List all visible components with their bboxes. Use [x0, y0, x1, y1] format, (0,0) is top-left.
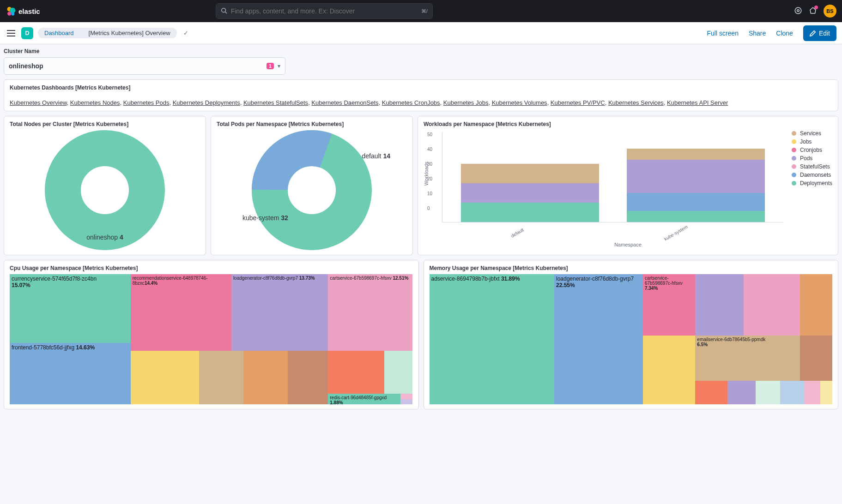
tm-cell — [328, 351, 384, 394]
panel-title: Cpu Usage per Namespace [Metrics Kuberne… — [10, 265, 413, 271]
nav-right: BS — [794, 5, 836, 18]
tm-cell — [243, 351, 288, 404]
x-cat-1: default — [510, 227, 525, 239]
x-axis-label: Namespace — [424, 242, 832, 247]
dash-link[interactable]: Kubernetes Services — [608, 99, 664, 106]
donut-label-kubesystem: kube-system 32 — [242, 214, 288, 222]
tm-cell — [384, 351, 412, 394]
saved-check-icon: ✓ — [183, 30, 188, 36]
nav-toggle-button[interactable] — [6, 28, 17, 39]
memory-treemap[interactable]: adservice-8694798b7b-jbfxt 31.89% loadge… — [430, 274, 833, 404]
share-button[interactable]: Share — [749, 30, 766, 37]
tm-cell — [199, 351, 243, 404]
donut-chart — [252, 130, 372, 250]
workloads-chart[interactable]: Workloads 50 40 30 20 10 0 — [424, 130, 786, 241]
full-screen-button[interactable]: Full screen — [707, 30, 738, 37]
dash-link[interactable]: Kubernetes Pods — [123, 99, 170, 106]
tm-cell — [695, 274, 744, 336]
svg-point-6 — [795, 7, 801, 14]
svg-point-7 — [797, 9, 800, 12]
avatar[interactable]: BS — [824, 5, 836, 18]
tm-cell: loadgenerator-c8f76d8db-gvrp722.55% — [554, 274, 643, 404]
tm-cell: loadgenerator-c8f76d8db-gvrp7 13.73% — [231, 274, 328, 351]
memory-panel: Memory Usage per Namespace [Metrics Kube… — [424, 260, 839, 409]
dash-link[interactable]: Kubernetes Volumes — [492, 99, 547, 106]
tm-cell — [756, 381, 780, 404]
svg-point-11 — [63, 148, 147, 232]
filter-label: Cluster Name — [4, 48, 838, 54]
breadcrumb-current: [Metrics Kubernetes] Overview — [80, 28, 177, 38]
dash-link[interactable]: Kubernetes PV/PVC — [551, 99, 605, 106]
panel-title: Total Nodes per Cluster [Metrics Kuberne… — [10, 121, 200, 127]
dash-link[interactable]: Kubernetes CronJobs — [382, 99, 440, 106]
dash-link[interactable]: Kubernetes Overview — [10, 99, 67, 106]
tm-cell: emailservice-6db78645b5-ppmdk6.5% — [695, 336, 800, 381]
breadcrumb-root[interactable]: Dashboard — [38, 28, 80, 38]
panel-title: Workloads per Namespace [Metrics Kuberne… — [424, 121, 832, 127]
brand-text: elastic — [18, 7, 40, 15]
svg-line-5 — [225, 12, 227, 13]
elastic-icon — [6, 6, 16, 16]
notification-dot — [814, 6, 818, 9]
chevron-down-icon: ▾ — [278, 63, 280, 69]
global-search: ⌘/ — [216, 3, 433, 19]
tm-cell: currencyservice-574f65d7f8-zc4bn15.07% — [10, 274, 131, 343]
dash-link[interactable]: Kubernetes API Server — [667, 99, 728, 106]
tm-cell — [744, 274, 800, 336]
dashboard-actions: Full screen Share Clone Edit — [707, 25, 836, 41]
tm-cell — [780, 381, 804, 404]
tm-cell — [288, 351, 328, 404]
tm-cell — [695, 381, 727, 404]
pods-donut[interactable]: default 14 kube-system 32 — [217, 130, 407, 250]
donut-chart — [45, 130, 165, 250]
plot-area — [442, 132, 783, 222]
donut-label-default: default 14 — [362, 152, 390, 160]
links-list: Kubernetes Overview, Kubernetes Nodes, K… — [10, 99, 832, 106]
bar-default — [461, 164, 599, 222]
panel-title: Total Pods per Namespace [Metrics Kubern… — [217, 121, 407, 127]
tm-cell — [820, 381, 832, 404]
nodes-donut[interactable]: onlineshop 4 — [10, 130, 200, 250]
tm-cell — [804, 381, 820, 404]
tm-cell — [727, 381, 756, 404]
newsfeed-icon[interactable] — [809, 6, 817, 16]
tm-cell — [131, 351, 199, 404]
svg-point-4 — [221, 8, 225, 12]
search-icon — [221, 7, 227, 15]
links-panel: Kubernetes Dashboards [Metrics Kubernete… — [4, 79, 838, 111]
tm-cell — [800, 274, 832, 336]
tm-cell — [800, 336, 832, 381]
tm-cell: frontend-5778bfc56d-jjfxg 14.63% — [10, 343, 131, 404]
breadcrumb: Dashboard [Metrics Kubernetes] Overview — [38, 28, 177, 38]
logo[interactable]: elastic — [6, 6, 40, 16]
dash-link[interactable]: Kubernetes Nodes — [70, 99, 120, 106]
tm-cell — [400, 399, 412, 404]
help-icon[interactable] — [794, 6, 802, 16]
x-cat-2: kube-system — [663, 224, 689, 242]
pods-panel: Total Pods per Namespace [Metrics Kubern… — [211, 116, 413, 255]
dash-link[interactable]: Kubernetes Jobs — [443, 99, 489, 106]
dash-link[interactable]: Kubernetes StatefulSets — [243, 99, 308, 106]
edit-button[interactable]: Edit — [803, 25, 836, 41]
row-1: Total Nodes per Cluster [Metrics Kuberne… — [4, 116, 838, 255]
tm-cell — [643, 336, 695, 404]
search-input-wrap[interactable]: ⌘/ — [216, 3, 433, 19]
clone-button[interactable]: Clone — [776, 30, 793, 37]
space-badge[interactable]: D — [21, 27, 33, 39]
dash-link[interactable]: Kubernetes DaemonSets — [311, 99, 378, 106]
page-body: Cluster Name onlineshop 1 ▾ Kubernetes D… — [0, 44, 842, 413]
search-input[interactable] — [231, 7, 418, 15]
dash-link[interactable]: Kubernetes Deployments — [173, 99, 240, 106]
top-nav: elastic ⌘/ BS — [0, 0, 842, 22]
workloads-legend: Services Jobs Cronjobs Pods StatefulSets… — [792, 130, 832, 241]
svg-point-3 — [11, 12, 14, 16]
bar-kubesystem — [627, 149, 765, 222]
cpu-panel: Cpu Usage per Namespace [Metrics Kuberne… — [4, 260, 419, 409]
cluster-filter[interactable]: onlineshop 1 ▾ — [4, 57, 285, 75]
edit-button-label: Edit — [819, 30, 830, 37]
tm-cell: redis-cart-96d48485f-gpgxd1.88% — [328, 394, 400, 404]
workloads-panel: Workloads per Namespace [Metrics Kuberne… — [418, 116, 838, 255]
tm-cell: cartservice-67b598697c-hfsxv 12.51% — [328, 274, 412, 351]
cpu-treemap[interactable]: currencyservice-574f65d7f8-zc4bn15.07% f… — [10, 274, 413, 404]
nodes-panel: Total Nodes per Cluster [Metrics Kuberne… — [4, 116, 206, 255]
